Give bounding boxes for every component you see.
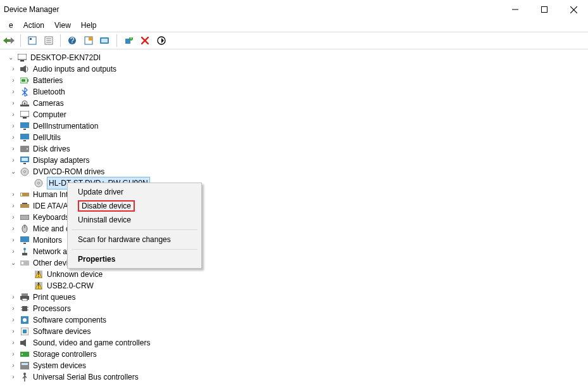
tree-item[interactable]: ›Cameras: [3, 98, 588, 109]
svg-rect-15: [89, 37, 92, 41]
expand-toggle[interactable]: ›: [9, 133, 18, 142]
svg-rect-1: [542, 7, 547, 13]
menu-help[interactable]: Help: [76, 20, 102, 31]
action-icon[interactable]: [82, 34, 95, 47]
tree-child-item[interactable]: !USB2.0-CRW: [3, 280, 588, 292]
svg-point-47: [24, 171, 26, 173]
expand-toggle[interactable]: ›: [9, 76, 18, 85]
tree-item[interactable]: ›Computer: [3, 109, 588, 120]
tree-item-label: Keyboards: [33, 212, 69, 223]
hid-icon: [19, 189, 30, 200]
expand-toggle[interactable]: ›: [9, 144, 18, 153]
expand-toggle[interactable]: ⌄: [9, 167, 18, 176]
tree-item-label: Bluetooth: [33, 86, 65, 98]
window-controls: [501, 0, 588, 19]
tree-item[interactable]: ›DellUtils: [3, 132, 588, 143]
svg-rect-17: [101, 39, 108, 42]
tree-item[interactable]: ›Storage controllers: [3, 349, 588, 360]
scan-hardware-icon[interactable]: [99, 34, 111, 47]
spacer: [23, 270, 32, 279]
tree-item[interactable]: ›DellInstrumentation: [3, 120, 588, 132]
system-icon: [19, 361, 30, 371]
monitor-icon: [19, 132, 30, 143]
help-icon[interactable]: ?: [66, 34, 78, 47]
expand-toggle[interactable]: ›: [9, 247, 18, 256]
expand-toggle[interactable]: ›: [9, 110, 18, 119]
tree-item[interactable]: ›Batteries: [3, 75, 588, 86]
tree-item[interactable]: ›Sound, video and game controllers: [3, 337, 588, 349]
ctx-uninstall-device[interactable]: Uninstall device: [69, 213, 200, 227]
toolbar-separator: [60, 34, 61, 47]
expand-toggle[interactable]: ›: [9, 87, 18, 96]
tree-root[interactable]: ⌄ DESKTOP-EKN72DI: [3, 52, 588, 63]
expand-toggle[interactable]: ›: [9, 99, 18, 108]
spacer: [23, 281, 32, 290]
menu-file[interactable]: e: [4, 20, 18, 31]
expand-toggle[interactable]: ›: [9, 293, 18, 302]
expand-toggle[interactable]: ›: [9, 373, 18, 381]
expand-toggle[interactable]: ⌄: [9, 259, 18, 267]
tree-item-label: Disk drives: [33, 143, 70, 155]
expand-toggle[interactable]: ›: [9, 338, 18, 347]
spacer: [23, 179, 32, 188]
ctx-label: Update driver: [78, 188, 123, 196]
properties-icon[interactable]: [42, 34, 55, 47]
expand-toggle[interactable]: ›: [9, 190, 18, 199]
tree-item-label: DVD/CD-ROM drives: [33, 166, 104, 177]
expand-toggle[interactable]: ›: [9, 122, 18, 131]
remove-icon[interactable]: [139, 34, 151, 47]
computer-icon: [16, 53, 28, 63]
maximize-button[interactable]: [530, 0, 559, 19]
svg-rect-52: [20, 204, 29, 208]
tree-item[interactable]: ›Display adapters: [3, 155, 588, 166]
expand-toggle[interactable]: ›: [9, 156, 18, 165]
refresh-icon[interactable]: [155, 34, 168, 47]
svg-point-61: [23, 248, 26, 250]
expand-toggle[interactable]: ›: [9, 304, 18, 313]
tree-item[interactable]: ›Software components: [3, 314, 588, 326]
expand-toggle[interactable]: ›: [9, 327, 18, 336]
tree-item[interactable]: ›Print queues: [3, 292, 588, 303]
tree-item[interactable]: ›Audio inputs and outputs: [3, 63, 588, 75]
svg-rect-27: [20, 67, 23, 71]
expand-toggle[interactable]: ›: [9, 316, 18, 324]
svg-rect-70: [22, 293, 28, 296]
svg-rect-57: [20, 236, 29, 242]
svg-point-42: [27, 148, 28, 150]
minimize-button[interactable]: [501, 0, 530, 19]
tree-item[interactable]: ›Disk drives: [3, 143, 588, 155]
tree-item[interactable]: ⌄DVD/CD-ROM drives: [3, 166, 588, 177]
svg-rect-35: [20, 111, 29, 117]
expand-toggle[interactable]: ›: [9, 65, 18, 74]
ctx-properties[interactable]: Properties: [69, 252, 200, 266]
tree-item-label: Universal Serial Bus controllers: [33, 371, 139, 383]
expand-toggle[interactable]: ›: [9, 224, 18, 233]
expand-toggle[interactable]: ›: [9, 350, 18, 359]
expand-toggle[interactable]: ›: [9, 202, 18, 210]
ctx-update-driver[interactable]: Update driver: [69, 185, 200, 199]
svg-point-33: [24, 103, 26, 105]
ide-icon: [19, 201, 30, 211]
menu-action[interactable]: Action: [18, 20, 49, 31]
ctx-separator: [72, 249, 197, 250]
tree-item[interactable]: ›Universal Serial Bus controllers: [3, 371, 588, 383]
expand-toggle[interactable]: ›: [9, 361, 18, 370]
ctx-scan-hardware[interactable]: Scan for hardware changes: [69, 233, 200, 247]
svg-text:!: !: [37, 281, 39, 290]
close-button[interactable]: [559, 0, 588, 19]
tree-item[interactable]: ›Software devices: [3, 326, 588, 337]
tree-item[interactable]: ›System devices: [3, 360, 588, 371]
expand-toggle[interactable]: ›: [9, 213, 18, 222]
menu-view[interactable]: View: [49, 20, 76, 31]
expand-toggle[interactable]: ⌄: [6, 53, 15, 62]
expand-toggle[interactable]: ›: [9, 236, 18, 245]
cpu-icon: [19, 304, 30, 314]
tree-item[interactable]: ›Bluetooth: [3, 86, 588, 98]
svg-rect-51: [21, 193, 22, 196]
add-legacy-icon[interactable]: +: [122, 34, 135, 47]
back-forward-icon[interactable]: [3, 34, 15, 47]
ctx-disable-device[interactable]: Disable device: [69, 199, 200, 213]
tree-child-item[interactable]: !Unknown device: [3, 269, 588, 280]
tree-item[interactable]: ›Processors: [3, 303, 588, 314]
show-hidden-icon[interactable]: [26, 34, 39, 47]
